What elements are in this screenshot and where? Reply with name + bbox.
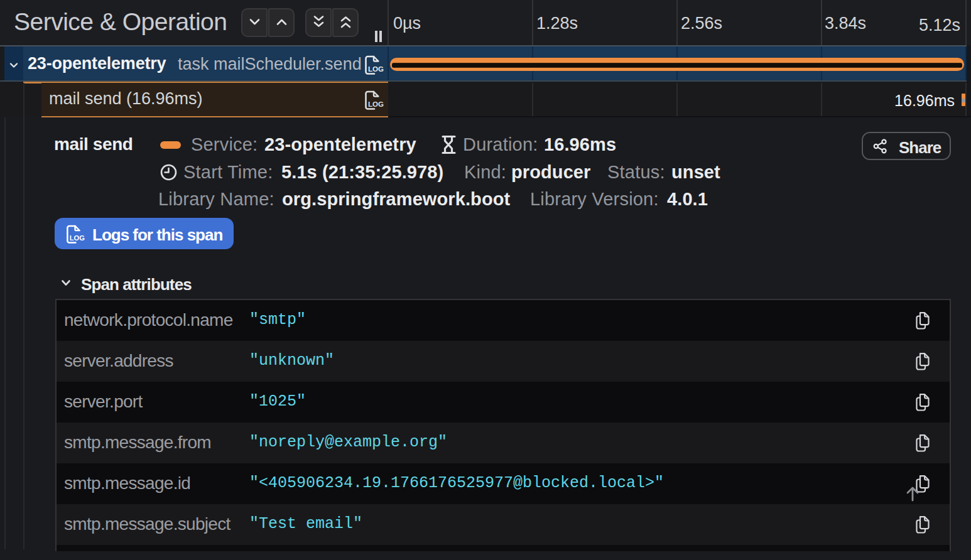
svg-text:LOG: LOG xyxy=(70,234,85,242)
svg-text:LOG: LOG xyxy=(368,65,384,73)
svg-text:LOG: LOG xyxy=(368,100,384,108)
